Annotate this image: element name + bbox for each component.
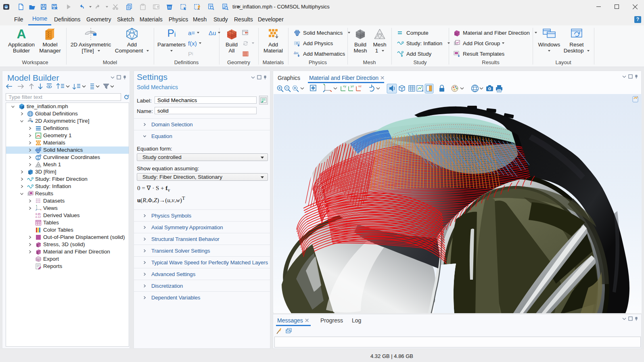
svg-text:Δu: Δu: [294, 51, 298, 55]
svg-text:yz: yz: [351, 84, 354, 88]
svg-text:xz: xz: [358, 84, 362, 88]
svg-text:xy: xy: [343, 84, 346, 88]
